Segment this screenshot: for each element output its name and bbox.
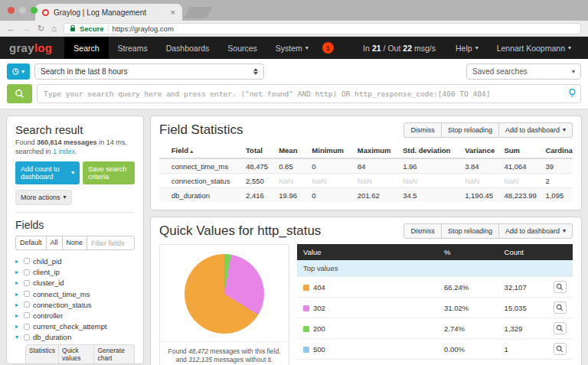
field-checkbox[interactable] [24, 291, 30, 297]
col-count: Count [498, 244, 547, 260]
col-mean[interactable]: Mean [275, 143, 308, 158]
time-config-button[interactable]: ▾ [7, 64, 30, 80]
field-item-connection-status[interactable]: ▸connection_status [15, 299, 135, 310]
field-checkbox[interactable] [24, 301, 30, 308]
nav-item-sources[interactable]: Sources [218, 37, 266, 59]
new-tab-button[interactable] [184, 7, 213, 18]
status-color-swatch [303, 347, 309, 353]
field-item-cluster-id[interactable]: ▸cluster_id [15, 278, 135, 288]
minimize-window-icon[interactable] [19, 7, 26, 14]
save-search-criteria-button[interactable]: Save search criteria [83, 161, 135, 184]
select-stepper-icon [253, 68, 258, 75]
zoom-value-button[interactable] [554, 322, 567, 334]
col-maximum[interactable]: Maximum [354, 143, 399, 158]
fields-none-button[interactable]: None [62, 236, 88, 250]
notification-badge[interactable]: 1 [322, 42, 334, 54]
pie-caption: Found 48,472 messages with this field, a… [160, 341, 289, 365]
field-item-current-check-attempt[interactable]: ▸current_check_attempt [15, 321, 135, 332]
home-icon[interactable]: ⌂ [51, 24, 57, 33]
address-divider [108, 24, 109, 32]
field-checkbox[interactable] [24, 312, 30, 318]
zoom-value-button[interactable] [554, 343, 567, 355]
user-menu[interactable]: Lennart Koopmann▾ [488, 37, 580, 59]
chevron-right-icon[interactable]: ▸ [15, 269, 21, 275]
table-row: db_duration 2,416 19.96 0 201.62 34.5 1,… [159, 188, 573, 203]
filter-fields-input[interactable] [87, 236, 135, 250]
zoom-value-button[interactable] [554, 301, 567, 314]
window-controls[interactable] [8, 7, 38, 14]
lightbulb-icon[interactable] [569, 89, 576, 98]
sidebar: Search result Found 360,614 messages in … [6, 116, 144, 364]
add-count-to-dashboard-button[interactable]: Add count to dashboard▾ [15, 161, 80, 184]
col-variance[interactable]: Variance [461, 143, 500, 158]
dismiss-button[interactable]: Dismiss [403, 223, 442, 239]
tab-close-icon[interactable]: × [171, 8, 175, 17]
browser-tab[interactable]: Graylog | Log Management × [35, 4, 182, 21]
more-actions-button[interactable]: More actions▾ [15, 190, 72, 205]
query-input-wrap [37, 84, 581, 103]
col-sum[interactable]: Sum [500, 143, 541, 158]
col-minimum[interactable]: Minimum [308, 143, 353, 158]
search-result-title: Search result [15, 123, 135, 136]
status-color-swatch [303, 305, 309, 311]
field-checkbox[interactable] [24, 280, 30, 286]
field-item-client-ip[interactable]: ▸client_ip [15, 267, 135, 278]
field-checkbox[interactable] [24, 324, 30, 330]
chevron-down-icon[interactable]: ▾ [15, 334, 21, 341]
fields-all-button[interactable]: All [46, 236, 63, 250]
nav-item-system[interactable]: System▾ [266, 37, 318, 59]
maximize-window-icon[interactable] [31, 7, 38, 14]
nav-item-search[interactable]: Search [64, 37, 108, 59]
back-icon[interactable]: ← [7, 24, 15, 33]
field-generate-chart-button[interactable]: Generate chart [93, 344, 135, 364]
saved-searches-select[interactable]: Saved searches ▾ [466, 64, 581, 80]
chevron-right-icon[interactable]: ▸ [15, 291, 21, 298]
fields-default-button[interactable]: Default [15, 236, 47, 250]
refresh-icon[interactable]: ↻ [38, 24, 44, 33]
zoom-value-button[interactable] [554, 281, 567, 293]
col-value: Value [297, 244, 438, 260]
app-navbar: graylog Search Streams Dashboards Source… [0, 37, 588, 59]
field-statistics-button[interactable]: Statistics [25, 344, 59, 364]
stop-reloading-button[interactable]: Stop reloading [441, 122, 499, 138]
field-actions-group: Statistics Quick values Generate chart [25, 344, 135, 364]
stop-reloading-button[interactable]: Stop reloading [441, 223, 499, 239]
col-cardinality[interactable]: Cardinality [541, 143, 573, 158]
col-field[interactable]: Field ▴ [168, 143, 242, 158]
add-to-dashboard-button[interactable]: Add to dashboard▾ [498, 122, 573, 138]
col-total[interactable]: Total [242, 143, 275, 158]
field-checkbox[interactable] [24, 269, 30, 275]
chevron-right-icon[interactable]: ▸ [15, 258, 21, 265]
url-text: https://graylog.com [113, 24, 174, 33]
chevron-right-icon[interactable]: ▸ [15, 312, 21, 319]
field-item-child-pid[interactable]: ▸child_pid [15, 256, 135, 266]
col-std-deviation[interactable]: Std. deviation [399, 143, 461, 158]
chevron-down-icon: ▾ [568, 45, 571, 51]
field-quick-values-button[interactable]: Quick values [58, 344, 94, 364]
chevron-down-icon: ▾ [64, 194, 67, 200]
field-checkbox[interactable] [24, 258, 30, 264]
quick-values-title: Quick Values for http_status [159, 223, 321, 239]
chevron-right-icon[interactable]: ▸ [15, 279, 21, 286]
table-row: 302 31.02% 15,035 [297, 298, 573, 318]
graylog-logo[interactable]: graylog [9, 37, 52, 59]
field-item-connect-time-ms[interactable]: ▸connect_time_ms [15, 288, 135, 299]
field-item-db-duration[interactable]: ▾db_duration [15, 332, 135, 343]
browser-tab-strip: Graylog | Log Management × [0, 0, 588, 21]
field-item-controller[interactable]: ▸controller [15, 310, 135, 321]
field-checkbox[interactable] [24, 334, 30, 341]
chevron-right-icon[interactable]: ▸ [15, 301, 21, 308]
forward-icon[interactable]: → [22, 24, 31, 33]
search-submit-button[interactable] [7, 84, 32, 103]
search-query-input[interactable] [37, 84, 581, 103]
close-window-icon[interactable] [8, 7, 15, 14]
nav-item-dashboards[interactable]: Dashboards [157, 37, 219, 59]
address-bar[interactable]: Secure https://graylog.com [64, 23, 581, 34]
time-range-select[interactable]: Search in the last 8 hours [34, 64, 264, 80]
add-to-dashboard-button[interactable]: Add to dashboard▾ [498, 223, 573, 239]
chevron-right-icon[interactable]: ▸ [15, 323, 21, 330]
nav-item-streams[interactable]: Streams [109, 37, 157, 59]
index-link[interactable]: 1 index. [53, 148, 77, 155]
dismiss-button[interactable]: Dismiss [403, 122, 442, 138]
help-menu[interactable]: Help▾ [446, 37, 488, 59]
